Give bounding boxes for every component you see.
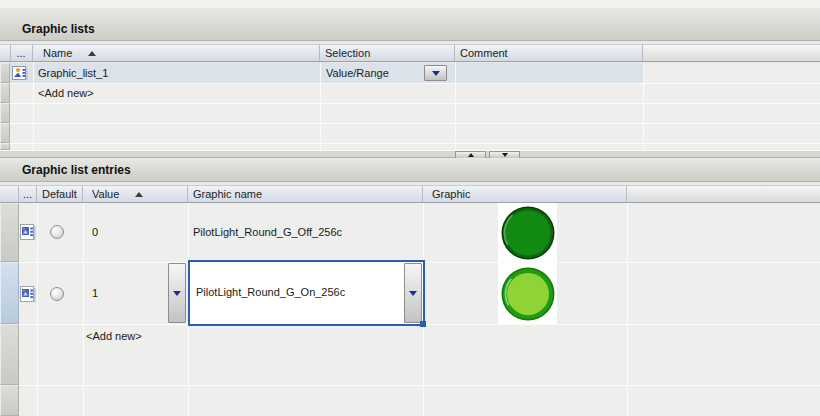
default-radio[interactable] (50, 225, 64, 239)
row-selector[interactable] (0, 83, 10, 103)
header-filler (627, 186, 820, 202)
value-cell[interactable]: 0 (92, 203, 98, 262)
value-cell[interactable]: 1 (92, 262, 98, 324)
column-header-comment[interactable]: Comment (455, 45, 643, 61)
add-new-entry-cell[interactable]: <Add new> (86, 330, 142, 342)
value-dropdown-button[interactable] (168, 263, 186, 323)
row-selector[interactable] (0, 385, 19, 416)
graphic-entry-icon (20, 224, 36, 241)
chevron-down-icon (432, 71, 440, 76)
arrow-down-icon (502, 153, 508, 157)
chevron-down-icon (409, 291, 417, 296)
sort-ascending-icon (135, 192, 143, 197)
row-selector[interactable] (0, 143, 10, 150)
top-strip (0, 0, 820, 8)
selection-value-cell[interactable]: Value/Range (326, 63, 389, 83)
column-header-graphic-name[interactable]: Graphic name (188, 186, 423, 202)
graphic-preview-cell[interactable] (498, 203, 557, 262)
entries-header-row: ... Default Value Graphic name Graphic (0, 185, 820, 203)
graphic-lists-table-body: Graphic_list_1 Value/Range <Add new> (0, 63, 820, 150)
chevron-down-icon (173, 291, 181, 296)
sort-ascending-icon (88, 51, 96, 56)
graphic-lists-header-row: ... Name Selection Comment (0, 44, 820, 62)
pilot-light-green-on-image (501, 267, 555, 321)
row-selector[interactable] (0, 63, 10, 83)
graphic-list-entries-section-header: Graphic list entries (0, 158, 820, 182)
graphic-list-name-cell[interactable]: Graphic_list_1 (38, 63, 108, 83)
graphic-name-combobox (188, 260, 425, 326)
pane-splitter[interactable] (0, 150, 820, 158)
header-filler (643, 45, 820, 61)
column-header-dots[interactable]: ... (10, 45, 33, 61)
graphic-list-icon (12, 66, 28, 80)
selection-dropdown-button[interactable] (424, 65, 447, 81)
row-selector[interactable] (0, 203, 19, 262)
row-selector[interactable] (0, 123, 10, 143)
column-header-name[interactable]: Name (33, 45, 320, 61)
graphic-preview-cell[interactable] (498, 263, 557, 324)
row-selector[interactable] (0, 324, 19, 385)
row-selector-selected[interactable] (0, 262, 19, 324)
column-header-dots[interactable]: ... (19, 186, 37, 202)
pilot-light-green-off-image (501, 206, 555, 260)
header-gutter (0, 186, 19, 202)
graphic-entry-icon (20, 286, 36, 303)
column-header-value[interactable]: Value (83, 186, 188, 202)
graphic-lists-section-header: Graphic lists (0, 8, 820, 41)
add-new-graphic-list-cell[interactable]: <Add new> (38, 83, 94, 103)
column-header-graphic[interactable]: Graphic (423, 186, 627, 202)
graphic-lists-title: Graphic lists (22, 22, 95, 36)
row-selector[interactable] (0, 103, 10, 123)
column-header-default[interactable]: Default (37, 186, 83, 202)
cell-resize-handle[interactable] (420, 321, 426, 327)
graphic-list-entries-title: Graphic list entries (22, 163, 131, 177)
graphic-name-input[interactable] (194, 264, 386, 320)
entries-table-body: 0 PilotLight_Round_G_Off_256c 1 (0, 203, 820, 416)
graphic-name-dropdown-button[interactable] (404, 263, 422, 323)
graphic-name-cell[interactable]: PilotLight_Round_G_Off_256c (193, 203, 342, 262)
arrow-up-icon (468, 153, 474, 157)
column-header-selection[interactable]: Selection (320, 45, 455, 61)
default-radio[interactable] (50, 287, 64, 301)
